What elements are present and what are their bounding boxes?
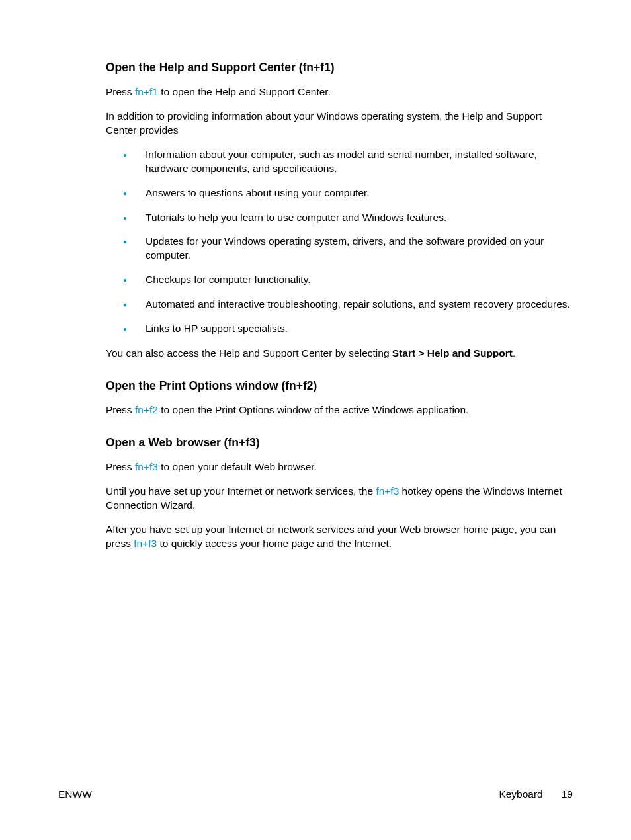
heading-help-support: Open the Help and Support Center (fn+f1) [106, 61, 573, 75]
text: Until you have set up your Internet or n… [106, 485, 376, 497]
footer-left: ENWW [58, 788, 92, 800]
bullet-list: Information about your computer, such as… [106, 148, 573, 336]
text: to open the Help and Support Center. [158, 86, 331, 97]
heading-print-options: Open the Print Options window (fn+f2) [106, 379, 573, 393]
text: Press [106, 404, 135, 415]
text: to open the Print Options window of the … [158, 404, 469, 415]
menu-path: Start > Help and Support [392, 347, 513, 358]
hotkey-fnf2: fn+f2 [135, 404, 158, 415]
text: to open your default Web browser. [158, 461, 317, 472]
hotkey-fnf3: fn+f3 [134, 538, 157, 549]
page-number: 19 [562, 788, 573, 800]
text: . [513, 347, 515, 358]
heading-web-browser: Open a Web browser (fn+f3) [106, 436, 573, 450]
list-item: Links to HP support specialists. [106, 322, 573, 336]
paragraph: You can also access the Help and Support… [106, 347, 573, 360]
list-item: Checkups for computer functionality. [106, 273, 573, 287]
text: to quickly access your home page and the… [157, 538, 392, 549]
text: Press [106, 461, 135, 472]
footer-section: Keyboard [499, 788, 542, 800]
hotkey-fnf3: fn+f3 [376, 485, 399, 497]
paragraph: Press fn+f2 to open the Print Options wi… [106, 403, 573, 417]
list-item: Information about your computer, such as… [106, 148, 573, 176]
list-item: Tutorials to help you learn to use compu… [106, 211, 573, 225]
paragraph: Press fn+f3 to open your default Web bro… [106, 460, 573, 474]
list-item: Answers to questions about using your co… [106, 187, 573, 200]
page-content: Open the Help and Support Center (fn+f1)… [0, 0, 631, 551]
list-item: Automated and interactive troubleshootin… [106, 298, 573, 312]
hotkey-fnf1: fn+f1 [135, 86, 158, 97]
page-footer: ENWW Keyboard 19 [58, 788, 573, 800]
paragraph: In addition to providing information abo… [106, 110, 573, 138]
paragraph: Until you have set up your Internet or n… [106, 485, 573, 513]
paragraph: After you have set up your Internet or n… [106, 523, 573, 551]
hotkey-fnf3: fn+f3 [135, 461, 158, 472]
text: You can also access the Help and Support… [106, 347, 392, 358]
list-item: Updates for your Windows operating syste… [106, 235, 573, 263]
paragraph: Press fn+f1 to open the Help and Support… [106, 85, 573, 99]
text: Press [106, 86, 135, 97]
footer-right: Keyboard 19 [499, 788, 573, 800]
